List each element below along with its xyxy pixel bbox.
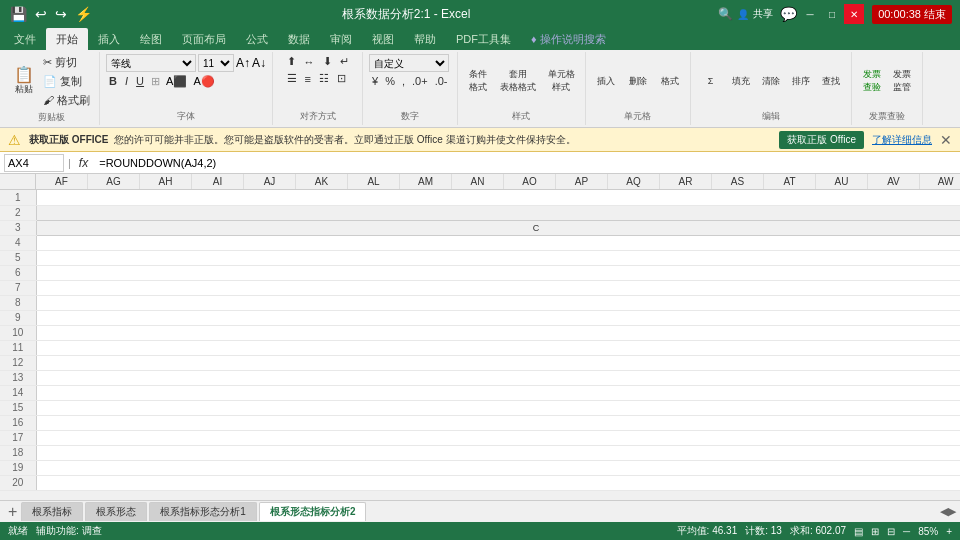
autosum-btn[interactable]: Σ [697, 74, 725, 88]
col-header-AL[interactable]: AL [348, 174, 400, 189]
conditional-format-btn[interactable]: 条件格式 [464, 66, 492, 96]
cell-row18[interactable] [36, 445, 960, 460]
tab-pdf[interactable]: PDF工具集 [446, 28, 521, 50]
cell-AF1[interactable] [36, 190, 960, 205]
redo-quick-btn[interactable]: ↪ [53, 6, 69, 22]
wrap-text-btn[interactable]: ↵ [337, 54, 352, 69]
clear-btn[interactable]: 清除 [757, 73, 785, 90]
fill-btn[interactable]: 填充 [727, 73, 755, 90]
sort-filter-btn[interactable]: 排序 [787, 73, 815, 90]
zoom-in-btn[interactable]: + [946, 526, 952, 537]
col-header-AN[interactable]: AN [452, 174, 504, 189]
col-header-AR[interactable]: AR [660, 174, 712, 189]
align-middle-btn[interactable]: ↔ [301, 55, 318, 69]
cell-AF6[interactable]: 0.3058 [36, 265, 960, 280]
align-top-btn[interactable]: ⬆ [284, 54, 299, 69]
tab-view[interactable]: 视图 [362, 28, 404, 50]
col-header-AF[interactable]: AF [36, 174, 88, 189]
grid-container[interactable]: 1 [0, 190, 960, 500]
col-header-AH[interactable]: AH [140, 174, 192, 189]
currency-btn[interactable]: ¥ [369, 74, 381, 88]
format-painter-btn[interactable]: 🖌 格式刷 [40, 92, 93, 109]
tab-formula[interactable]: 公式 [236, 28, 278, 50]
comments-btn[interactable]: 💬 [777, 6, 800, 22]
delete-btn[interactable]: 删除 [624, 73, 652, 90]
custom-quick-btn[interactable]: ⚡ [73, 6, 94, 22]
paste-btn[interactable]: 📋 粘贴 [10, 65, 38, 98]
col-header-AG[interactable]: AG [88, 174, 140, 189]
tab-file[interactable]: 文件 [4, 28, 46, 50]
insert-function-btn[interactable]: fx [75, 156, 92, 170]
copy-btn[interactable]: 📄 复制 [40, 73, 93, 90]
decrease-font-btn[interactable]: A↓ [252, 56, 266, 70]
increase-font-btn[interactable]: A↑ [236, 56, 250, 70]
maximize-btn[interactable]: □ [822, 4, 842, 24]
get-office-btn[interactable]: 获取正版 Office [779, 131, 864, 149]
col-header-AK[interactable]: AK [296, 174, 348, 189]
thousand-btn[interactable]: , [399, 74, 408, 88]
tab-layout[interactable]: 页面布局 [172, 28, 236, 50]
cell-AF14[interactable]: 0.6117 [36, 385, 960, 400]
find-select-btn[interactable]: 查找 [817, 73, 845, 90]
border-btn[interactable]: ⊞ [149, 75, 162, 88]
cell-AF2[interactable] [36, 205, 960, 220]
align-center-btn[interactable]: ≡ [302, 72, 314, 86]
col-header-AJ[interactable]: AJ [244, 174, 296, 189]
minimize-btn[interactable]: ─ [800, 4, 820, 24]
tab-review[interactable]: 审阅 [320, 28, 362, 50]
normal-view-btn[interactable]: ▤ [854, 526, 863, 537]
search-icon[interactable]: 🔍 [718, 7, 733, 21]
tab-home[interactable]: 开始 [46, 28, 88, 50]
close-btn[interactable]: ✕ [844, 4, 864, 24]
cell-AF12[interactable]: 88.4192 [36, 355, 960, 370]
dec-increase-btn[interactable]: .0+ [409, 74, 431, 88]
fa-audit-btn[interactable]: 发票监管 [888, 66, 916, 96]
cell-reference-input[interactable] [4, 154, 64, 172]
cell-styles-btn[interactable]: 单元格样式 [544, 66, 579, 96]
cell-AF17[interactable] [36, 430, 960, 445]
tab-draw[interactable]: 绘图 [130, 28, 172, 50]
dec-decrease-btn[interactable]: .0- [432, 74, 451, 88]
tab-search[interactable]: ♦ 操作说明搜索 [521, 28, 616, 50]
underline-btn[interactable]: U [133, 74, 147, 88]
table-format-btn[interactable]: 套用表格格式 [496, 66, 540, 96]
sheet-tab-3[interactable]: 根系指标形态分析1 [149, 502, 257, 521]
zoom-out-btn[interactable]: ─ [903, 526, 910, 537]
tab-data[interactable]: 数据 [278, 28, 320, 50]
cell-AF11[interactable]: 26.5000 [36, 340, 960, 355]
fa-check-btn[interactable]: 发票查验 [858, 66, 886, 96]
cell-AF20[interactable] [36, 475, 960, 490]
cell-AF16[interactable]: 21.0750 [36, 415, 960, 430]
align-bottom-btn[interactable]: ⬇ [320, 54, 335, 69]
sheet-tab-4[interactable]: 根系形态指标分析2 [259, 502, 367, 521]
cell-AF3[interactable]: C [36, 220, 960, 235]
format-btn[interactable]: 格式 [656, 73, 684, 90]
cell-AF19[interactable] [36, 460, 960, 475]
align-right-btn[interactable]: ☷ [316, 71, 332, 86]
number-format-select[interactable]: 自定义 [369, 54, 449, 72]
col-header-AQ[interactable]: AQ [608, 174, 660, 189]
percent-btn[interactable]: % [382, 74, 398, 88]
col-header-AS[interactable]: AS [712, 174, 764, 189]
font-size-select[interactable]: 11 [198, 54, 234, 72]
sheet-tab-2[interactable]: 根系形态 [85, 502, 147, 521]
cell-AF8[interactable]: 0.5375 [36, 295, 960, 310]
tab-help[interactable]: 帮助 [404, 28, 446, 50]
cell-AF7[interactable]: 0.9333 [36, 280, 960, 295]
cell-AF9[interactable]: 80.8017 [36, 310, 960, 325]
col-header-AM[interactable]: AM [400, 174, 452, 189]
italic-btn[interactable]: I [122, 74, 131, 88]
cut-btn[interactable]: ✂ 剪切 [40, 54, 93, 71]
cell-AF4[interactable]: 16.83 [36, 235, 960, 250]
align-left-btn[interactable]: ☰ [284, 71, 300, 86]
learn-more-link[interactable]: 了解详细信息 [872, 133, 932, 147]
col-header-AP[interactable]: AP [556, 174, 608, 189]
col-header-AV[interactable]: AV [868, 174, 920, 189]
page-break-btn[interactable]: ⊟ [887, 526, 895, 537]
sheet-tab-1[interactable]: 根系指标 [21, 502, 83, 521]
col-header-AO[interactable]: AO [504, 174, 556, 189]
cell-AF10[interactable]: 371.3133 [36, 325, 960, 340]
font-color-btn[interactable]: A🔴 [191, 75, 216, 88]
undo-quick-btn[interactable]: ↩ [33, 6, 49, 22]
cell-AF5[interactable]: 8.5333 [36, 250, 960, 265]
